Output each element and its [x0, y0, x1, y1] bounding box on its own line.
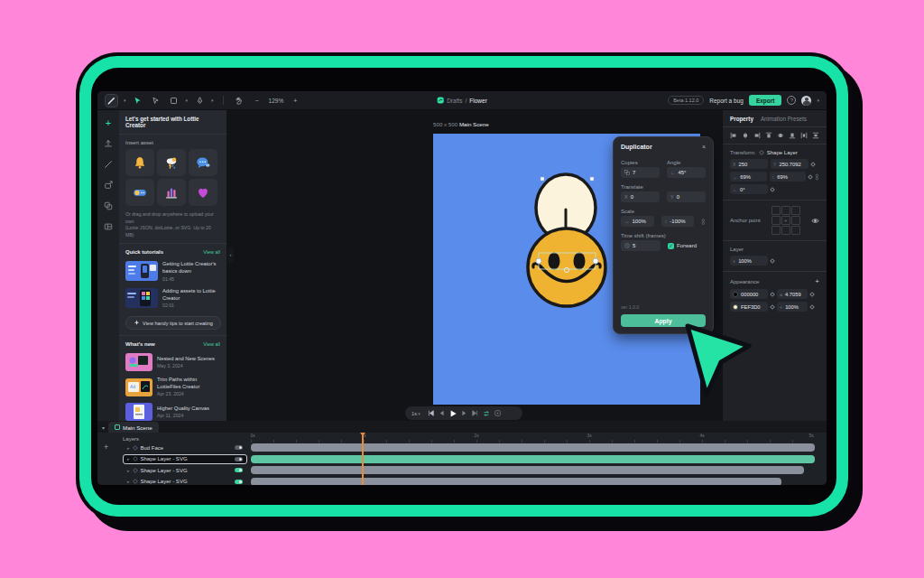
loop-icon[interactable]: [483, 410, 490, 417]
time-shift-input[interactable]: 5: [621, 240, 661, 251]
news-thumbnail[interactable]: [125, 403, 152, 421]
align-right-icon[interactable]: [753, 132, 761, 139]
keyframe-diamond-icon[interactable]: [809, 304, 815, 310]
tutorial-item[interactable]: Adding assets to Lottie Creator 02:01: [119, 285, 226, 312]
upload-icon[interactable]: [103, 138, 114, 149]
layer-expand-chevron-icon[interactable]: ▸: [127, 445, 130, 451]
account-chevron-icon[interactable]: ▾: [817, 98, 819, 103]
timeline-collapse-chevron-icon[interactable]: ▾: [102, 424, 105, 431]
keyframe-diamond-icon[interactable]: [770, 187, 775, 192]
asset-chat-bubble[interactable]: [189, 149, 217, 176]
asset-bell[interactable]: [125, 149, 154, 176]
align-center-h-icon[interactable]: [742, 132, 749, 139]
add-appearance-button[interactable]: +: [815, 277, 819, 285]
position-y-input[interactable]: Y250.7092: [771, 159, 808, 169]
angle-input[interactable]: ∟ 45°: [667, 167, 706, 178]
tutorial-item[interactable]: Getting Lottie Creator's basics down 01:…: [119, 258, 226, 285]
close-icon[interactable]: ×: [702, 144, 706, 150]
tutorial-thumbnail[interactable]: [125, 288, 158, 308]
translate-x-input[interactable]: X0: [621, 191, 660, 202]
rotation-input[interactable]: ∟0°: [730, 184, 768, 194]
layer-row-shape-svg-1[interactable]: ▸ Shape Layer - SVG: [123, 454, 247, 464]
layer-toggle[interactable]: [235, 457, 243, 461]
track-bar[interactable]: [251, 478, 781, 486]
anchor-center-cell[interactable]: +: [781, 216, 790, 225]
news-thumbnail[interactable]: Ad: [125, 378, 152, 396]
tutorial-thumbnail[interactable]: [125, 261, 158, 281]
layer-expand-chevron-icon[interactable]: ▸: [127, 456, 130, 461]
keyframe-diamond-icon[interactable]: [810, 162, 816, 167]
keyframe-diamond-icon[interactable]: [770, 304, 775, 310]
track-bar[interactable]: [251, 466, 804, 474]
distribute-h-icon[interactable]: [800, 132, 808, 139]
help-icon[interactable]: ?: [787, 96, 796, 105]
layer-row-shape-svg-2[interactable]: ▸ Shape Layer - SVG: [123, 465, 247, 475]
export-button[interactable]: Export: [749, 95, 782, 106]
logo-menu-chevron-icon[interactable]: ▾: [124, 98, 126, 103]
tab-animation-presets[interactable]: Animation Presets: [761, 116, 807, 122]
fill-color-swatch[interactable]: [733, 292, 738, 297]
align-left-icon[interactable]: [730, 132, 737, 139]
pen-tool-chevron-icon[interactable]: ▾: [211, 98, 214, 103]
news-item[interactable]: Nested and New Scenes May 3, 2024: [119, 350, 226, 374]
forward-checkbox[interactable]: ✓: [668, 243, 674, 249]
tab-property[interactable]: Property: [730, 116, 753, 122]
node-select-tool-icon[interactable]: [150, 94, 162, 107]
layer-expand-chevron-icon[interactable]: ▸: [127, 468, 130, 473]
keyframe-diamond-icon[interactable]: [809, 292, 815, 297]
add-layer-button[interactable]: +: [104, 443, 108, 452]
duplicate-icon[interactable]: [103, 200, 114, 211]
distribute-v-icon[interactable]: [812, 132, 819, 139]
stroke-width-input[interactable]: ≡4.7059: [777, 289, 808, 299]
skip-to-start-button[interactable]: [428, 410, 434, 416]
layer-toggle[interactable]: [235, 468, 243, 472]
rectangle-tool-chevron-icon[interactable]: ▾: [186, 98, 189, 103]
add-asset-icon[interactable]: +: [103, 117, 114, 128]
scale-x-input[interactable]: ↔69%: [730, 172, 767, 182]
keyframe-diamond-icon[interactable]: [770, 292, 775, 297]
zoom-level[interactable]: 129%: [269, 98, 284, 104]
next-frame-button[interactable]: [461, 410, 467, 416]
layer-row-shape-svg-3[interactable]: ▸ Shape Layer - SVG: [123, 477, 247, 486]
draw-icon[interactable]: [103, 159, 114, 170]
previous-frame-button[interactable]: [439, 410, 445, 416]
zoom-in-button[interactable]: +: [289, 94, 301, 107]
app-logo[interactable]: [105, 94, 118, 107]
news-item[interactable]: Higher Quality Canvas Apr 11, 2024: [119, 400, 226, 421]
align-top-icon[interactable]: [765, 132, 772, 139]
align-middle-v-icon[interactable]: [777, 132, 784, 139]
rectangle-tool-icon[interactable]: [168, 94, 180, 107]
layout-grid-icon[interactable]: [103, 221, 114, 232]
timeline-ruler[interactable]: 0s 1s 2s 3s 4s 5s: [251, 434, 815, 443]
breadcrumb-file[interactable]: Flower: [469, 98, 487, 104]
keyframe-diamond-icon[interactable]: [808, 174, 813, 180]
play-button[interactable]: [449, 410, 457, 417]
hand-tool-icon[interactable]: [233, 94, 245, 107]
playback-settings-icon[interactable]: [494, 410, 501, 416]
translate-y-input[interactable]: Y0: [667, 191, 706, 202]
scale-y-input[interactable]: ↕69%: [770, 172, 807, 182]
asset-storm-cloud[interactable]: [157, 149, 186, 176]
layer-opacity-input[interactable]: ◐100%: [730, 256, 768, 266]
asset-heart[interactable]: [189, 179, 217, 206]
layer-row-bud-face[interactable]: ▸ Bud Face: [123, 443, 247, 452]
report-a-bug-link[interactable]: Report a bug: [709, 98, 744, 104]
link-scale-icon[interactable]: [815, 173, 819, 181]
pen-tool-icon[interactable]: [193, 94, 206, 107]
news-thumbnail[interactable]: [125, 353, 152, 371]
align-bottom-icon[interactable]: [789, 132, 796, 139]
skip-to-end-button[interactable]: [472, 410, 478, 416]
handy-tips-button[interactable]: View handy tips to start creating: [125, 316, 221, 330]
fill2-color-swatch[interactable]: [733, 304, 738, 310]
select-tool-icon[interactable]: [132, 94, 144, 107]
scale-x-input[interactable]: ↔100%: [621, 216, 654, 227]
whats-new-view-all-link[interactable]: View all: [203, 341, 220, 347]
news-item[interactable]: Ad Trim Paths within LottieFiles Creator…: [119, 374, 226, 400]
avatar[interactable]: [801, 96, 811, 106]
fill2-color-input[interactable]: FEF3D0: [730, 302, 768, 312]
breadcrumb-folder[interactable]: Drafts: [447, 98, 462, 104]
asset-toggle[interactable]: [125, 179, 154, 206]
position-x-input[interactable]: X250: [730, 159, 768, 169]
eye-icon[interactable]: [811, 218, 819, 224]
copies-input[interactable]: 7: [621, 167, 660, 178]
